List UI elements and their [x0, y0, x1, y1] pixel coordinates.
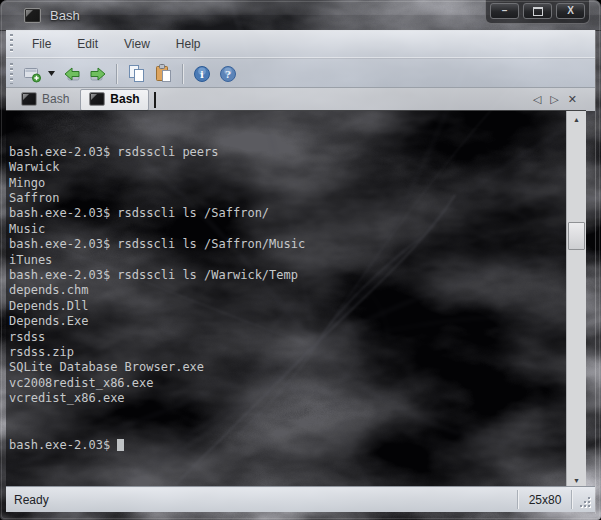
terminal-line: Mingo	[9, 176, 566, 191]
scrollbar-track[interactable]	[567, 127, 586, 472]
arrow-left-icon	[63, 65, 81, 83]
chevron-down-icon	[48, 71, 55, 76]
close-icon: X	[567, 6, 574, 16]
minimize-icon: –	[502, 6, 508, 16]
vertical-scrollbar[interactable]: ▲ ▼	[566, 111, 586, 488]
terminal-line: bash.exe-2.03$ rsdsscli peers	[9, 145, 566, 160]
terminal-line: rsdss.zip	[9, 345, 566, 360]
minimize-button[interactable]: –	[490, 3, 519, 19]
help-button[interactable]: ?	[216, 63, 240, 85]
console-window: Bash – X FileEditViewHelp	[0, 0, 601, 520]
close-tab-icon[interactable]: ✕	[568, 94, 577, 105]
new-console-dropdown-button[interactable]	[47, 69, 56, 78]
scroll-tabs-left-icon[interactable]: ◁	[533, 94, 541, 105]
prompt-line: bash.exe-2.03$	[9, 437, 566, 452]
tab-nav: ◁ ▷ ✕	[533, 94, 577, 105]
frame-highlight	[595, 30, 596, 514]
tab-label: Bash	[110, 92, 139, 106]
toolbar-separator	[182, 64, 184, 84]
menu-item[interactable]: View	[111, 33, 163, 55]
info-icon: i	[193, 65, 211, 83]
terminal-screen[interactable]: bash.exe-2.03$ rsdsscli peersWarwickMing…	[6, 111, 566, 488]
window-controls: – X	[485, 0, 590, 24]
menubar-gripper[interactable]	[10, 34, 13, 53]
title-bar[interactable]: Bash – X	[0, 0, 601, 31]
close-button[interactable]: X	[556, 3, 585, 19]
terminal-line: bash.exe-2.03$ rsdsscli ls /Saffron/	[9, 206, 566, 221]
terminal-area: bash.exe-2.03$ rsdsscli peersWarwickMing…	[6, 110, 586, 488]
terminal-line: vc2008redist_x86.exe	[9, 376, 566, 391]
maximize-icon	[533, 7, 543, 16]
new-console-button[interactable]	[20, 63, 45, 85]
menu-bar: FileEditViewHelp	[6, 30, 595, 58]
menu-item[interactable]: Help	[163, 33, 214, 55]
svg-text:i: i	[200, 69, 204, 80]
tab-bar: Bash Bash ◁ ▷ ✕	[6, 87, 595, 111]
terminal-line: vcredist_x86.exe	[9, 391, 566, 406]
about-button[interactable]: i	[190, 63, 214, 85]
menu-item[interactable]: Edit	[64, 33, 111, 55]
paste-icon	[154, 64, 173, 83]
tab-bash[interactable]: Bash	[80, 89, 148, 111]
prompt-text: bash.exe-2.03$	[9, 438, 117, 452]
arrow-right-icon	[89, 65, 107, 83]
tab-divider	[154, 92, 156, 108]
help-icon: ?	[219, 65, 237, 83]
maximize-button[interactable]	[523, 3, 552, 19]
terminal-line: iTunes	[9, 253, 566, 268]
next-console-button[interactable]	[86, 63, 110, 85]
console-app-icon	[24, 8, 41, 23]
resize-grip[interactable]	[573, 487, 595, 512]
console-tab-icon	[21, 92, 37, 106]
terminal-output: bash.exe-2.03$ rsdsscli peersWarwickMing…	[9, 145, 566, 407]
terminal-line: SQLite Database Browser.exe	[9, 360, 566, 375]
paste-button[interactable]	[151, 62, 176, 85]
status-bar: Ready 25x80	[6, 486, 595, 512]
terminal-line: depends.chm	[9, 283, 566, 298]
tabs: Bash Bash	[12, 88, 151, 111]
terminal-cursor	[117, 439, 124, 451]
new-console-icon	[23, 65, 42, 83]
scroll-up-icon[interactable]: ▲	[567, 111, 586, 127]
terminal-line: Warwick	[9, 160, 566, 175]
rebar: FileEditViewHelp	[6, 30, 595, 87]
terminal-line: Music	[9, 222, 566, 237]
scroll-tabs-right-icon[interactable]: ▷	[550, 94, 558, 105]
copy-icon	[127, 64, 146, 83]
status-text: Ready	[6, 493, 517, 507]
toolbar: i ?	[6, 58, 595, 88]
terminal-line: Saffron	[9, 191, 566, 206]
terminal-line: Depends.Dll	[9, 299, 566, 314]
terminal-line: Depends.Exe	[9, 314, 566, 329]
console-tab-icon	[89, 92, 105, 106]
tab-bash[interactable]: Bash	[12, 89, 78, 111]
tab-label: Bash	[42, 92, 69, 106]
terminal-line: rsdss	[9, 330, 566, 345]
svg-text:?: ?	[225, 69, 231, 80]
previous-console-button[interactable]	[60, 63, 84, 85]
toolbar-separator	[116, 64, 118, 84]
terminal-line: bash.exe-2.03$ rsdsscli ls /Warwick/Temp	[9, 268, 566, 283]
toolbar-gripper[interactable]	[10, 63, 13, 83]
scrollbar-thumb[interactable]	[568, 222, 585, 250]
window-title: Bash	[50, 8, 80, 23]
terminal-line: bash.exe-2.03$ rsdsscli ls /Saffron/Musi…	[9, 237, 566, 252]
copy-button[interactable]	[124, 62, 149, 85]
resize-grip-icon	[580, 497, 592, 509]
menu-item[interactable]: File	[19, 33, 64, 55]
menu-items: FileEditViewHelp	[19, 33, 214, 55]
console-size-indicator: 25x80	[519, 493, 571, 507]
